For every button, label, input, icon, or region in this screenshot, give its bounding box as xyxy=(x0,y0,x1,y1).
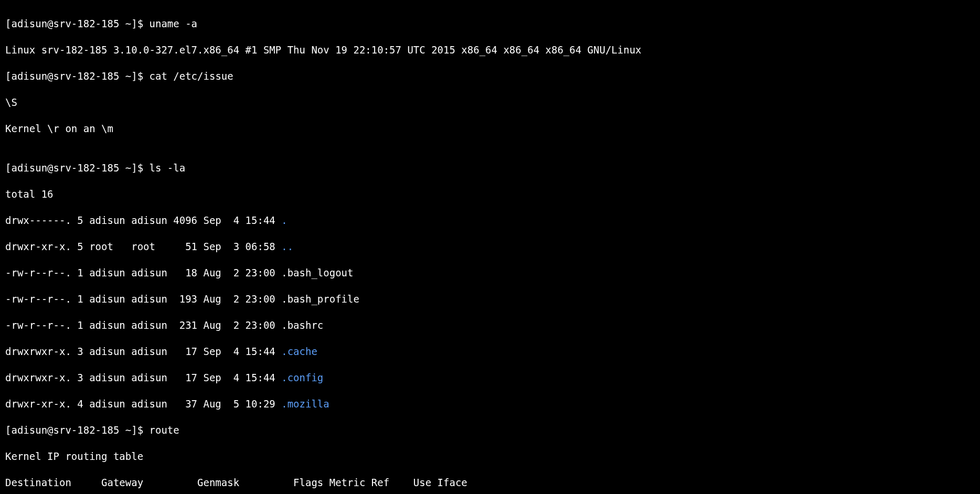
dir-name: . xyxy=(281,214,287,226)
prompt-line: [adisun@srv-182-185 ~]$ route xyxy=(5,424,975,437)
ls-row: -rw-r--r--. 1 adisun adisun 18 Aug 2 23:… xyxy=(5,266,975,280)
command-text: route xyxy=(150,424,179,436)
table-header: Destination Gateway Genmask Flags Metric… xyxy=(5,476,975,489)
command-text: cat /etc/issue xyxy=(150,70,233,82)
ls-row: drwxr-xr-x. 4 adisun adisun 37 Aug 5 10:… xyxy=(5,398,975,411)
command-text: ls -la xyxy=(150,162,186,174)
command-text: uname -a xyxy=(150,18,198,29)
terminal-window[interactable]: [adisun@srv-182-185 ~]$ uname -a Linux s… xyxy=(5,4,975,494)
dir-name: .mozilla xyxy=(281,398,329,410)
output-line: total 16 xyxy=(5,188,975,201)
output-line: \S xyxy=(5,96,975,109)
prompt-line: [adisun@srv-182-185 ~]$ uname -a xyxy=(5,17,975,30)
dir-name: .cache xyxy=(281,346,317,357)
ls-row: -rw-r--r--. 1 adisun adisun 193 Aug 2 23… xyxy=(5,293,975,306)
ls-meta: drwx------. 5 adisun adisun 4096 Sep 4 1… xyxy=(5,214,281,226)
ls-row: drwx------. 5 adisun adisun 4096 Sep 4 1… xyxy=(5,214,975,227)
ls-meta: drwxr-xr-x. 5 root root 51 Sep 3 06:58 xyxy=(5,241,281,252)
output-line: Kernel IP routing table xyxy=(5,450,975,463)
ls-meta: drwxrwxr-x. 3 adisun adisun 17 Sep 4 15:… xyxy=(5,346,281,357)
ls-meta: drwxrwxr-x. 3 adisun adisun 17 Sep 4 15:… xyxy=(5,372,281,383)
prompt-line: [adisun@srv-182-185 ~]$ ls -la xyxy=(5,162,975,175)
shell-prompt: [adisun@srv-182-185 ~]$ xyxy=(5,70,150,82)
ls-row: -rw-r--r--. 1 adisun adisun 231 Aug 2 23… xyxy=(5,319,975,332)
dir-name: .. xyxy=(281,241,293,252)
dir-name: .config xyxy=(281,372,323,383)
ls-meta: drwxr-xr-x. 4 adisun adisun 37 Aug 5 10:… xyxy=(5,398,281,410)
ls-row: drwxr-xr-x. 5 root root 51 Sep 3 06:58 .… xyxy=(5,240,975,253)
shell-prompt: [adisun@srv-182-185 ~]$ xyxy=(5,424,150,436)
prompt-line: [adisun@srv-182-185 ~]$ cat /etc/issue xyxy=(5,70,975,83)
ls-row: drwxrwxr-x. 3 adisun adisun 17 Sep 4 15:… xyxy=(5,345,975,358)
shell-prompt: [adisun@srv-182-185 ~]$ xyxy=(5,162,150,174)
shell-prompt: [adisun@srv-182-185 ~]$ xyxy=(5,18,150,29)
ls-row: drwxrwxr-x. 3 adisun adisun 17 Sep 4 15:… xyxy=(5,371,975,384)
output-line: Kernel \r on an \m xyxy=(5,122,975,135)
output-line: Linux srv-182-185 3.10.0-327.el7.x86_64 … xyxy=(5,44,975,57)
